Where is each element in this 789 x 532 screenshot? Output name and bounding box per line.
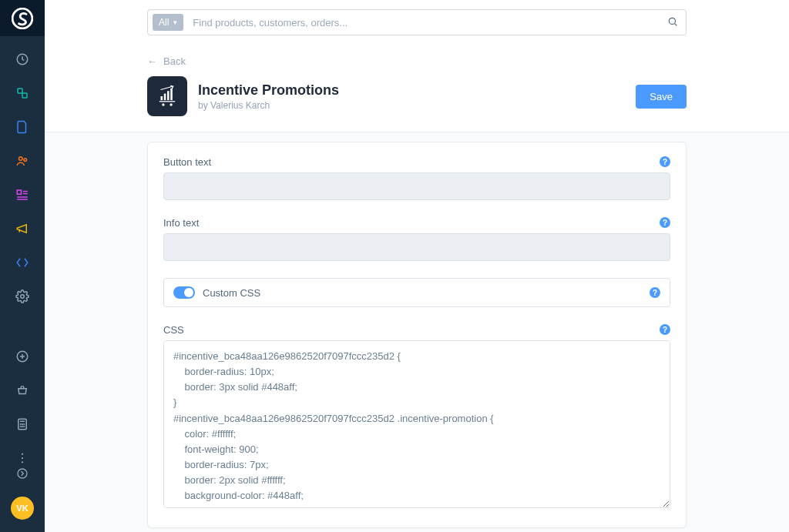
svg-point-34 [170, 103, 172, 105]
avatar-initials: VK [16, 504, 28, 513]
svg-point-23 [22, 453, 23, 455]
svg-rect-32 [170, 89, 173, 100]
svg-point-22 [24, 427, 25, 427]
chart-cart-icon [154, 83, 180, 109]
save-button[interactable]: Save [636, 85, 687, 109]
custom-css-switch[interactable] [173, 286, 195, 299]
svg-point-19 [24, 424, 25, 425]
svg-point-33 [162, 103, 164, 105]
searchbar: All ▾ [147, 9, 687, 35]
svg-rect-30 [164, 94, 166, 101]
page-subtitle: by Valerius Karch [198, 100, 625, 111]
page-header: ← Back [45, 45, 789, 132]
search-scope-button[interactable]: All ▾ [153, 14, 183, 31]
content-icon[interactable] [15, 187, 30, 202]
help-icon[interactable]: ? [660, 156, 670, 167]
button-text-input[interactable] [163, 172, 670, 200]
svg-point-21 [22, 427, 23, 427]
marketing-icon[interactable] [15, 221, 30, 236]
button-text-label: Button text [163, 156, 670, 168]
content-zone: Button text ? Info text ? Custom CSS ? [45, 132, 789, 532]
svg-point-11 [21, 295, 25, 299]
extensions-icon[interactable] [15, 255, 30, 270]
svg-rect-31 [167, 91, 170, 100]
svg-point-18 [22, 424, 23, 425]
sidebar-bottom: VK [0, 466, 45, 532]
search-icon[interactable] [667, 16, 678, 29]
customers-icon[interactable] [15, 153, 30, 169]
svg-point-5 [24, 159, 27, 162]
sidebar-nav [0, 36, 45, 466]
help-icon[interactable]: ? [650, 287, 660, 298]
orders-icon[interactable] [15, 119, 30, 135]
custom-css-toggle-row: Custom CSS ? [163, 278, 670, 307]
css-textarea[interactable] [163, 340, 670, 508]
help-icon[interactable]: ? [660, 217, 670, 228]
more-icon[interactable] [15, 450, 30, 466]
main: All ▾ ← Back [45, 0, 789, 532]
settings-icon[interactable] [15, 289, 30, 304]
svg-point-24 [22, 457, 23, 459]
svg-rect-6 [17, 190, 21, 194]
sidebar: VK [0, 0, 45, 532]
info-text-input[interactable] [163, 233, 670, 261]
info-text-label: Info text [163, 217, 670, 229]
svg-point-20 [20, 427, 21, 427]
logo[interactable] [0, 0, 45, 36]
svg-line-28 [675, 23, 677, 25]
svg-rect-3 [22, 93, 27, 98]
help-icon[interactable]: ? [660, 324, 670, 335]
searchbar-row: All ▾ [45, 0, 789, 45]
chevron-down-icon: ▾ [173, 18, 177, 26]
app-icon [147, 76, 187, 116]
svg-point-17 [20, 424, 21, 425]
svg-point-4 [19, 157, 23, 161]
svg-point-26 [18, 469, 27, 478]
arrow-left-icon: ← [147, 55, 157, 67]
svg-point-25 [22, 461, 23, 463]
settings-card: Button text ? Info text ? Custom CSS ? [147, 142, 687, 528]
shopware-logo-icon [12, 8, 33, 29]
catalog-icon[interactable] [15, 85, 30, 101]
svg-point-27 [669, 18, 675, 24]
basket-icon[interactable] [15, 383, 30, 398]
search-input[interactable] [183, 17, 667, 28]
back-link[interactable]: ← Back [147, 45, 186, 76]
add-icon[interactable] [15, 349, 30, 364]
css-label: CSS [163, 324, 670, 336]
svg-rect-29 [161, 96, 163, 100]
search-scope-label: All [159, 17, 169, 28]
collapse-icon[interactable] [15, 466, 30, 481]
custom-css-label: Custom CSS [203, 287, 260, 299]
dashboard-icon[interactable] [15, 52, 30, 67]
avatar[interactable]: VK [11, 497, 34, 520]
calculator-icon[interactable] [15, 417, 30, 432]
page-title: Incentive Promotions [198, 82, 625, 99]
svg-rect-2 [18, 89, 22, 93]
back-label: Back [163, 55, 186, 67]
